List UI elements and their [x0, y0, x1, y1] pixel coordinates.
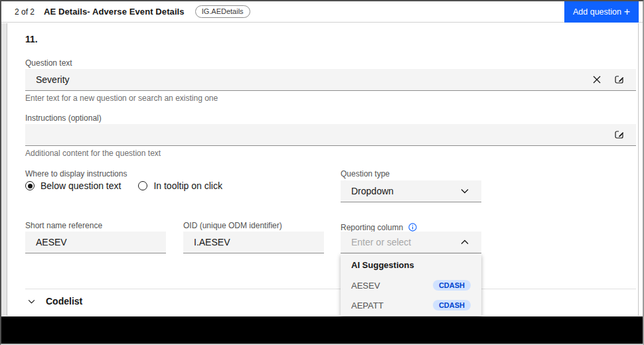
- cdash-tag: CDASH: [433, 300, 471, 310]
- main-content: 11. Question text Severity Enter text fo…: [1, 23, 643, 316]
- instructions-helper: Additional content for the question text: [25, 149, 161, 158]
- left-gutter: [1, 23, 7, 316]
- oid-input[interactable]: I.AESEV: [183, 232, 324, 253]
- page-title: AE Details- Adverse Event Details: [44, 7, 185, 17]
- codelist-label: Codelist: [46, 296, 82, 307]
- question-editor-card: 11. Question text Severity Enter text fo…: [8, 23, 639, 316]
- short-name-input[interactable]: AESEV: [25, 232, 166, 253]
- add-question-label: Add question: [573, 7, 621, 17]
- radio-unselected-icon: [138, 181, 147, 190]
- chevron-down-icon: [459, 185, 471, 197]
- section-divider: [25, 289, 636, 289]
- instructions-label: Instructions (optional): [25, 113, 102, 123]
- add-question-button[interactable]: Add question +: [564, 1, 639, 23]
- cdash-tag: CDASH: [433, 280, 471, 291]
- question-type-label: Question type: [341, 169, 390, 178]
- ig-tag: IG.AEDetails: [195, 5, 250, 18]
- bottom-bar: [1, 316, 643, 344]
- codelist-section-toggle[interactable]: Codelist: [25, 295, 82, 307]
- reporting-column-label-text: Reporting column: [341, 223, 403, 232]
- reporting-column-placeholder: Enter or select: [351, 237, 411, 247]
- section-header: 2 of 2 AE Details- Adverse Event Details…: [1, 1, 643, 23]
- question-text-value: Severity: [36, 74, 70, 85]
- question-type-value: Dropdown: [351, 186, 394, 196]
- radio-below-question-text[interactable]: Below question text: [25, 180, 121, 191]
- oid-value: I.AESEV: [194, 237, 230, 247]
- plus-icon: +: [624, 6, 630, 18]
- radio-in-tooltip[interactable]: In tooltip on click: [138, 180, 222, 191]
- edit-note-icon[interactable]: [613, 74, 625, 86]
- oid-label: OID (unique ODM identifier): [183, 221, 282, 230]
- display-instructions-radios: Below question text In tooltip on click: [25, 180, 222, 191]
- reporting-column-dropdown-panel: AI Suggestions AESEV CDASH AEPATT CDASH: [341, 254, 481, 316]
- ai-suggestions-group-label: AI Suggestions: [341, 254, 481, 275]
- option-label: AEPATT: [351, 301, 384, 310]
- question-text-helper: Enter text for a new question or search …: [25, 94, 218, 103]
- reporting-column-combobox[interactable]: Enter or select: [341, 232, 481, 253]
- instructions-input[interactable]: [25, 124, 636, 146]
- question-type-dropdown[interactable]: Dropdown: [341, 180, 481, 202]
- question-text-input[interactable]: Severity: [25, 69, 636, 91]
- display-instructions-label: Where to display instructions: [25, 169, 127, 178]
- question-text-label: Question text: [25, 58, 72, 68]
- radio-label: Below question text: [40, 180, 121, 191]
- chevron-down-icon: [25, 295, 37, 307]
- edit-note-icon[interactable]: [613, 129, 625, 141]
- short-name-value: AESEV: [36, 237, 67, 247]
- question-number: 11.: [25, 34, 38, 44]
- dropdown-option-aesev[interactable]: AESEV CDASH: [341, 275, 481, 295]
- app-window: 2 of 2 AE Details- Adverse Event Details…: [0, 0, 644, 345]
- dropdown-option-aepatt[interactable]: AEPATT CDASH: [341, 295, 481, 315]
- radio-selected-icon: [25, 181, 35, 190]
- clear-icon[interactable]: [591, 74, 603, 86]
- page-indicator: 2 of 2: [15, 7, 35, 17]
- radio-label: In tooltip on click: [153, 180, 222, 191]
- chevron-up-icon[interactable]: [459, 236, 471, 248]
- option-label: AESEV: [351, 281, 380, 291]
- short-name-label: Short name reference: [25, 221, 102, 230]
